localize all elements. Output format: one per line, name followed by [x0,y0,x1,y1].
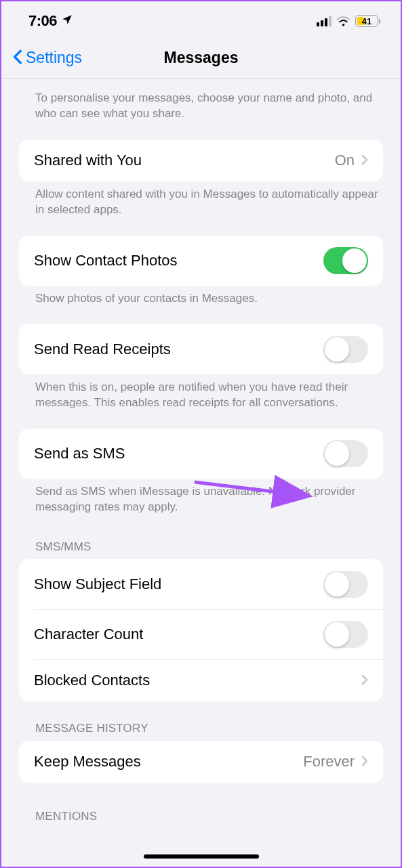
send-as-sms-toggle[interactable] [323,440,368,467]
show-contact-photos-toggle[interactable] [323,247,368,274]
back-label: Settings [26,49,82,67]
chevron-right-icon [361,152,368,169]
chevron-right-icon [361,753,368,771]
keep-messages-value: Forever [303,753,355,771]
blocked-contacts-label: Blocked Contacts [34,672,150,689]
send-as-sms-group: Send as SMS [19,429,383,479]
keep-messages-label: Keep Messages [34,753,141,771]
contact-photos-group: Show Contact Photos [19,236,383,286]
show-subject-field-label: Show Subject Field [34,576,161,593]
mentions-header: MENTIONS [1,783,401,829]
blocked-contacts-cell[interactable]: Blocked Contacts [19,659,383,701]
show-contact-photos-label: Show Contact Photos [34,252,178,269]
message-history-header: MESSAGE HISTORY [1,701,401,741]
shared-with-you-footer: Allow content shared with you in Message… [1,181,401,223]
nav-header: Settings Messages [1,38,401,79]
back-button[interactable]: Settings [12,49,82,68]
personalize-footer: To personalise your messages, choose you… [1,79,401,139]
send-read-receipts-footer: When this is on, people are notified whe… [1,374,401,416]
home-indicator[interactable] [144,854,259,859]
content-scroll[interactable]: To personalise your messages, choose you… [1,79,401,829]
chevron-left-icon [12,49,23,68]
send-read-receipts-toggle[interactable] [323,336,368,363]
battery-percentage: 41 [362,16,371,26]
send-as-sms-cell: Send as SMS [19,429,383,479]
message-history-group: Keep Messages Forever [19,741,383,783]
send-as-sms-footer: Send as SMS when iMessage is unavailable… [1,479,401,521]
wifi-icon [336,16,350,26]
location-arrow-icon [61,12,73,30]
chevron-right-icon [361,672,368,689]
character-count-toggle[interactable] [323,621,368,648]
show-contact-photos-cell: Show Contact Photos [19,236,383,286]
show-subject-field-toggle[interactable] [323,571,368,598]
sms-mms-header: SMS/MMS [1,520,401,559]
send-read-receipts-label: Send Read Receipts [34,341,171,358]
read-receipts-group: Send Read Receipts [19,324,383,374]
character-count-label: Character Count [34,626,143,643]
status-right: 41 [317,15,380,27]
show-contact-photos-footer: Show photos of your contacts in Messages… [1,286,401,312]
shared-with-you-value: On [335,152,355,169]
page-title: Messages [164,49,239,67]
cellular-signal-icon [317,16,331,26]
character-count-cell: Character Count [19,609,383,659]
status-time-area: 7:06 [28,12,73,30]
sms-mms-group: Show Subject Field Character Count Block… [19,559,383,701]
status-time: 7:06 [28,12,57,30]
shared-with-you-cell[interactable]: Shared with You On [19,139,383,181]
status-bar: 7:06 41 [1,1,401,38]
shared-with-you-label: Shared with You [34,152,142,169]
show-subject-field-cell: Show Subject Field [19,559,383,609]
send-read-receipts-cell: Send Read Receipts [19,324,383,374]
send-as-sms-label: Send as SMS [34,445,125,462]
battery-icon: 41 [355,15,380,27]
shared-with-you-group: Shared with You On [19,139,383,181]
keep-messages-cell[interactable]: Keep Messages Forever [19,741,383,783]
